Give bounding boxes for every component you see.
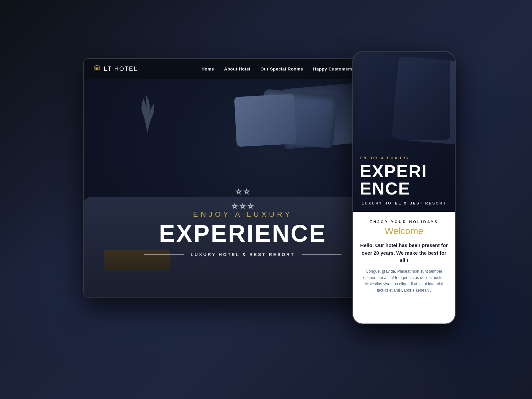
nav-link-rooms[interactable]: Our Special Rooms	[260, 66, 303, 71]
star-1: ☆	[236, 188, 242, 196]
mobile-bg-overlay	[358, 57, 450, 140]
mobile-tagline: ENJOY A LUXURY	[360, 156, 448, 160]
mobile-welcome-heading: Welcome	[360, 226, 448, 236]
divider-line-right	[302, 254, 341, 255]
mobile-title: EXPERI ENCE	[360, 163, 448, 197]
mobile-main-text: Hello. Our hotel has been present for ov…	[360, 242, 448, 264]
star-2: ☆	[244, 188, 250, 196]
logo-area: 🏛 LT HOTEL	[94, 65, 138, 73]
nav-link-customers[interactable]: Happy Customers	[313, 66, 353, 71]
mobile-hero: ENJOY A LUXURY EXPERI ENCE LUXURY HOTEL …	[353, 52, 455, 212]
divider-line-left	[144, 254, 184, 255]
scene-container: 🏛 LT HOTEL Home About Hotel Our Special …	[83, 42, 449, 357]
logo-text: LT HOTEL	[104, 66, 138, 72]
mobile-welcome-section: ENJOY YOUR HOLIDAYS Welcome Hello. Our h…	[353, 212, 455, 324]
mobile-section-label: ENJOY YOUR HOLIDAYS	[360, 220, 448, 224]
mobile-hero-content: ENJOY A LUXURY EXPERI ENCE LUXURY HOTEL …	[360, 156, 448, 205]
mobile-hero-subtitle: LUXURY HOTEL & BEST RESORT	[360, 201, 448, 205]
nav-link-about[interactable]: About Hotel	[224, 66, 250, 71]
star-3: ☆	[232, 202, 238, 210]
hotel-icon: 🏛	[94, 65, 101, 73]
mobile-mockup: ENJOY A LUXURY EXPERI ENCE LUXURY HOTEL …	[352, 52, 456, 324]
plant-decoration	[137, 92, 157, 132]
mobile-body-text: Congue, gravida. Placeat nibh sunt sempe…	[360, 268, 448, 294]
nav-link-home[interactable]: Home	[201, 66, 214, 71]
star-5: ☆	[248, 202, 254, 210]
pillow-decoration-3	[234, 94, 297, 147]
star-4: ☆	[240, 202, 246, 210]
hero-subtitle: LUXURY HOTEL & BEST RESORT	[191, 252, 295, 257]
